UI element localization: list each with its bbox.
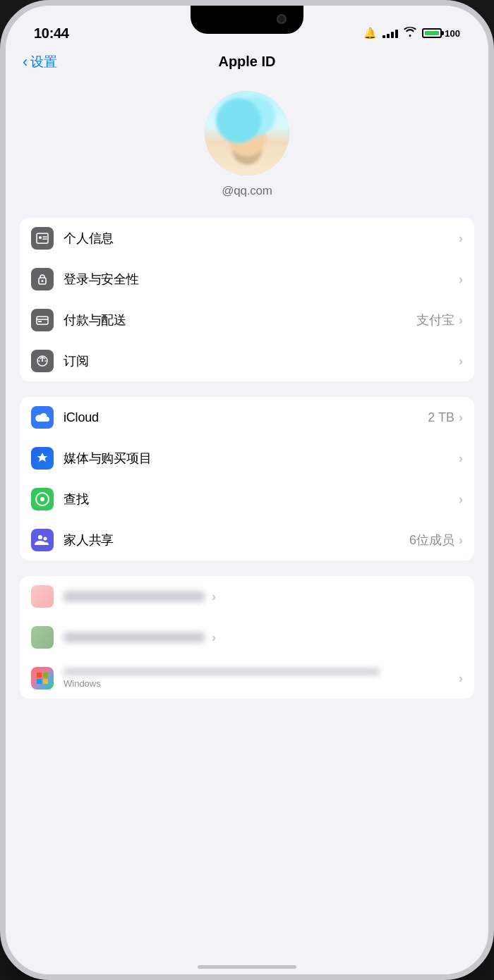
svg-rect-6 — [37, 317, 48, 324]
appstore-icon — [31, 447, 54, 470]
camera — [277, 14, 287, 24]
find-label: 查找 — [64, 491, 459, 508]
payment-value: 支付宝 — [416, 312, 454, 329]
family-label: 家人共享 — [64, 532, 409, 549]
account-email: @qq.com — [222, 184, 272, 198]
icloud-icon — [31, 406, 54, 429]
screen: 10:44 🔔 100 — [6, 6, 488, 974]
security-label: 登录与安全性 — [64, 271, 459, 288]
svg-rect-0 — [37, 233, 48, 243]
nav-bar: ‹ 设置 Apple ID — [6, 48, 488, 77]
settings-item-family[interactable]: 家人共享 6位成员 › — [20, 520, 474, 561]
settings-item-app2[interactable]: › — [20, 617, 474, 658]
settings-item-app3[interactable]: Windows › — [20, 658, 474, 699]
content: @qq.com 个人信息 › — [6, 77, 488, 953]
app1-icon — [31, 585, 54, 608]
personal-info-label: 个人信息 — [64, 230, 459, 247]
payment-label: 付款与配送 — [64, 312, 416, 329]
chevron-right-icon: › — [459, 272, 463, 287]
status-time: 10:44 — [34, 25, 69, 42]
home-bar — [198, 965, 296, 969]
avatar-image — [205, 91, 289, 176]
back-button[interactable]: ‹ 设置 — [23, 53, 57, 71]
settings-item-icloud[interactable]: iCloud 2 TB › — [20, 397, 474, 438]
app2-label-blurred — [64, 632, 205, 642]
payment-icon — [31, 309, 54, 331]
chevron-right-icon: › — [459, 451, 463, 466]
svg-rect-17 — [43, 679, 48, 684]
svg-point-5 — [42, 280, 44, 282]
chevron-right-icon: › — [212, 589, 216, 604]
settings-item-subscription[interactable]: 订阅 › — [20, 341, 474, 381]
family-value: 6位成员 — [409, 532, 454, 549]
notification-icon: 🔔 — [363, 27, 377, 39]
signal-bars — [382, 28, 398, 38]
profile-section[interactable]: @qq.com — [6, 77, 488, 218]
windows-label: Windows — [64, 678, 459, 689]
security-icon — [31, 268, 54, 290]
subscription-label: 订阅 — [64, 353, 459, 369]
find-icon — [31, 488, 54, 510]
settings-group-apps: › › — [20, 576, 474, 699]
svg-point-12 — [38, 535, 42, 539]
personal-info-icon — [31, 227, 54, 250]
chevron-right-icon: › — [459, 313, 463, 328]
battery-icon: 100 — [422, 28, 460, 39]
back-chevron-icon: ‹ — [23, 54, 28, 70]
media-label: 媒体与购买项目 — [64, 450, 459, 467]
home-indicator — [6, 953, 488, 974]
settings-group-personal: 个人信息 › 登录与安全性 › — [20, 218, 474, 381]
chevron-right-icon: › — [459, 354, 463, 369]
wifi-icon — [404, 27, 416, 39]
avatar[interactable] — [205, 91, 289, 176]
settings-item-find[interactable]: 查找 › — [20, 479, 474, 520]
icloud-value: 2 TB — [428, 410, 454, 425]
family-icon — [31, 529, 54, 551]
icloud-label: iCloud — [64, 410, 428, 425]
svg-rect-8 — [38, 321, 42, 322]
chevron-right-icon: › — [459, 410, 463, 425]
chevron-right-icon: › — [459, 492, 463, 507]
svg-point-1 — [39, 236, 42, 239]
settings-item-media[interactable]: 媒体与购买项目 › — [20, 438, 474, 479]
chevron-right-icon: › — [459, 231, 463, 246]
phone-frame: 10:44 🔔 100 — [0, 0, 494, 980]
svg-point-13 — [44, 537, 47, 541]
settings-item-payment[interactable]: 付款与配送 支付宝 › — [20, 300, 474, 341]
settings-group-icloud: iCloud 2 TB › 媒体与购买项目 › — [20, 397, 474, 561]
settings-item-app1[interactable]: › — [20, 576, 474, 617]
svg-rect-15 — [43, 673, 48, 678]
settings-item-personal[interactable]: 个人信息 › — [20, 218, 474, 259]
svg-rect-14 — [37, 673, 42, 678]
subscription-icon — [31, 350, 54, 372]
chevron-right-icon: › — [212, 630, 216, 645]
settings-item-security[interactable]: 登录与安全性 › — [20, 259, 474, 300]
svg-rect-16 — [37, 679, 42, 684]
notch — [191, 6, 303, 34]
app3-icon — [31, 667, 54, 690]
status-icons: 🔔 100 — [363, 27, 460, 39]
svg-point-11 — [42, 360, 43, 362]
app1-label-blurred — [64, 592, 205, 601]
app2-icon — [31, 626, 54, 649]
page-title: Apple ID — [218, 54, 275, 70]
back-label: 设置 — [30, 53, 57, 71]
chevron-right-icon: › — [459, 671, 463, 686]
chevron-right-icon: › — [459, 533, 463, 548]
